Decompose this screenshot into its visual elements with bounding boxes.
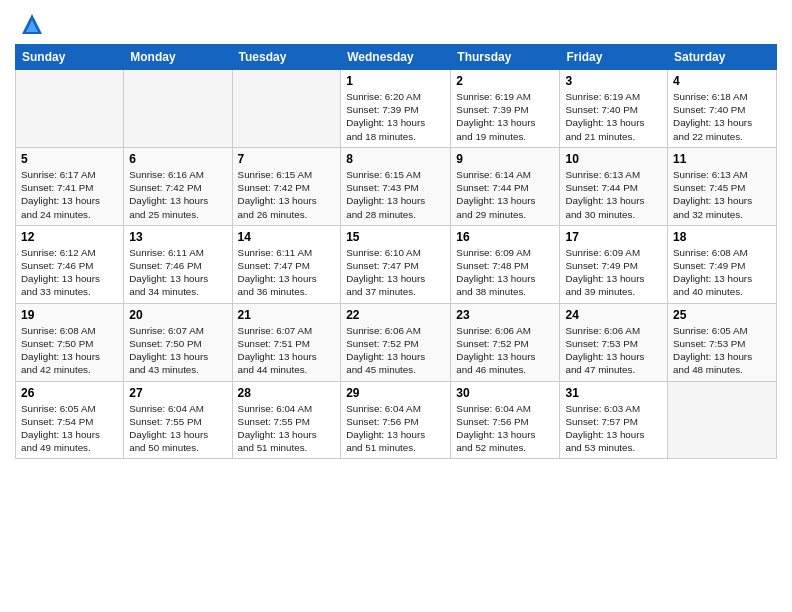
day-number: 7 [238,152,336,166]
day-number: 8 [346,152,445,166]
day-number: 27 [129,386,226,400]
calendar-cell [668,381,777,459]
day-info: Sunrise: 6:04 AM Sunset: 7:56 PM Dayligh… [456,402,554,455]
day-number: 19 [21,308,118,322]
col-header-saturday: Saturday [668,45,777,70]
day-number: 28 [238,386,336,400]
day-info: Sunrise: 6:15 AM Sunset: 7:43 PM Dayligh… [346,168,445,221]
day-info: Sunrise: 6:10 AM Sunset: 7:47 PM Dayligh… [346,246,445,299]
calendar-cell [124,70,232,148]
day-info: Sunrise: 6:06 AM Sunset: 7:53 PM Dayligh… [565,324,662,377]
day-number: 13 [129,230,226,244]
day-info: Sunrise: 6:13 AM Sunset: 7:44 PM Dayligh… [565,168,662,221]
day-number: 25 [673,308,771,322]
calendar-cell: 15Sunrise: 6:10 AM Sunset: 7:47 PM Dayli… [341,225,451,303]
calendar-cell: 3Sunrise: 6:19 AM Sunset: 7:40 PM Daylig… [560,70,668,148]
calendar-week-1: 1Sunrise: 6:20 AM Sunset: 7:39 PM Daylig… [16,70,777,148]
day-info: Sunrise: 6:11 AM Sunset: 7:47 PM Dayligh… [238,246,336,299]
day-number: 23 [456,308,554,322]
calendar-cell: 16Sunrise: 6:09 AM Sunset: 7:48 PM Dayli… [451,225,560,303]
day-number: 9 [456,152,554,166]
calendar-week-3: 12Sunrise: 6:12 AM Sunset: 7:46 PM Dayli… [16,225,777,303]
calendar-cell: 20Sunrise: 6:07 AM Sunset: 7:50 PM Dayli… [124,303,232,381]
col-header-tuesday: Tuesday [232,45,341,70]
day-info: Sunrise: 6:05 AM Sunset: 7:53 PM Dayligh… [673,324,771,377]
col-header-thursday: Thursday [451,45,560,70]
day-number: 10 [565,152,662,166]
day-number: 16 [456,230,554,244]
col-header-monday: Monday [124,45,232,70]
calendar-cell: 30Sunrise: 6:04 AM Sunset: 7:56 PM Dayli… [451,381,560,459]
day-info: Sunrise: 6:07 AM Sunset: 7:51 PM Dayligh… [238,324,336,377]
day-info: Sunrise: 6:08 AM Sunset: 7:49 PM Dayligh… [673,246,771,299]
day-number: 6 [129,152,226,166]
day-number: 14 [238,230,336,244]
day-info: Sunrise: 6:04 AM Sunset: 7:55 PM Dayligh… [238,402,336,455]
logo [15,10,46,38]
header [15,10,777,38]
day-info: Sunrise: 6:06 AM Sunset: 7:52 PM Dayligh… [346,324,445,377]
calendar-cell: 1Sunrise: 6:20 AM Sunset: 7:39 PM Daylig… [341,70,451,148]
calendar-cell: 27Sunrise: 6:04 AM Sunset: 7:55 PM Dayli… [124,381,232,459]
day-info: Sunrise: 6:19 AM Sunset: 7:39 PM Dayligh… [456,90,554,143]
day-info: Sunrise: 6:16 AM Sunset: 7:42 PM Dayligh… [129,168,226,221]
calendar-cell: 26Sunrise: 6:05 AM Sunset: 7:54 PM Dayli… [16,381,124,459]
day-info: Sunrise: 6:19 AM Sunset: 7:40 PM Dayligh… [565,90,662,143]
calendar-cell: 14Sunrise: 6:11 AM Sunset: 7:47 PM Dayli… [232,225,341,303]
page: SundayMondayTuesdayWednesdayThursdayFrid… [0,0,792,612]
calendar-cell: 10Sunrise: 6:13 AM Sunset: 7:44 PM Dayli… [560,147,668,225]
day-info: Sunrise: 6:12 AM Sunset: 7:46 PM Dayligh… [21,246,118,299]
calendar-cell [16,70,124,148]
day-number: 15 [346,230,445,244]
day-info: Sunrise: 6:04 AM Sunset: 7:56 PM Dayligh… [346,402,445,455]
day-number: 4 [673,74,771,88]
calendar-header-row: SundayMondayTuesdayWednesdayThursdayFrid… [16,45,777,70]
calendar-cell: 8Sunrise: 6:15 AM Sunset: 7:43 PM Daylig… [341,147,451,225]
col-header-wednesday: Wednesday [341,45,451,70]
day-number: 12 [21,230,118,244]
day-info: Sunrise: 6:08 AM Sunset: 7:50 PM Dayligh… [21,324,118,377]
day-number: 3 [565,74,662,88]
day-number: 21 [238,308,336,322]
day-info: Sunrise: 6:14 AM Sunset: 7:44 PM Dayligh… [456,168,554,221]
day-info: Sunrise: 6:05 AM Sunset: 7:54 PM Dayligh… [21,402,118,455]
calendar-cell: 24Sunrise: 6:06 AM Sunset: 7:53 PM Dayli… [560,303,668,381]
day-info: Sunrise: 6:17 AM Sunset: 7:41 PM Dayligh… [21,168,118,221]
calendar-cell: 2Sunrise: 6:19 AM Sunset: 7:39 PM Daylig… [451,70,560,148]
day-info: Sunrise: 6:03 AM Sunset: 7:57 PM Dayligh… [565,402,662,455]
day-info: Sunrise: 6:18 AM Sunset: 7:40 PM Dayligh… [673,90,771,143]
day-number: 2 [456,74,554,88]
day-number: 5 [21,152,118,166]
calendar-cell: 6Sunrise: 6:16 AM Sunset: 7:42 PM Daylig… [124,147,232,225]
day-number: 20 [129,308,226,322]
calendar-week-4: 19Sunrise: 6:08 AM Sunset: 7:50 PM Dayli… [16,303,777,381]
day-number: 26 [21,386,118,400]
calendar-cell: 18Sunrise: 6:08 AM Sunset: 7:49 PM Dayli… [668,225,777,303]
day-info: Sunrise: 6:04 AM Sunset: 7:55 PM Dayligh… [129,402,226,455]
calendar-cell: 5Sunrise: 6:17 AM Sunset: 7:41 PM Daylig… [16,147,124,225]
day-number: 31 [565,386,662,400]
day-number: 24 [565,308,662,322]
logo-icon [18,10,46,38]
day-number: 30 [456,386,554,400]
day-info: Sunrise: 6:09 AM Sunset: 7:48 PM Dayligh… [456,246,554,299]
calendar-week-2: 5Sunrise: 6:17 AM Sunset: 7:41 PM Daylig… [16,147,777,225]
day-info: Sunrise: 6:09 AM Sunset: 7:49 PM Dayligh… [565,246,662,299]
calendar-cell: 31Sunrise: 6:03 AM Sunset: 7:57 PM Dayli… [560,381,668,459]
calendar-cell: 7Sunrise: 6:15 AM Sunset: 7:42 PM Daylig… [232,147,341,225]
col-header-sunday: Sunday [16,45,124,70]
day-info: Sunrise: 6:11 AM Sunset: 7:46 PM Dayligh… [129,246,226,299]
day-info: Sunrise: 6:06 AM Sunset: 7:52 PM Dayligh… [456,324,554,377]
day-number: 1 [346,74,445,88]
calendar-cell: 13Sunrise: 6:11 AM Sunset: 7:46 PM Dayli… [124,225,232,303]
day-number: 17 [565,230,662,244]
calendar-table: SundayMondayTuesdayWednesdayThursdayFrid… [15,44,777,459]
calendar-cell: 19Sunrise: 6:08 AM Sunset: 7:50 PM Dayli… [16,303,124,381]
calendar-cell: 28Sunrise: 6:04 AM Sunset: 7:55 PM Dayli… [232,381,341,459]
day-info: Sunrise: 6:20 AM Sunset: 7:39 PM Dayligh… [346,90,445,143]
day-info: Sunrise: 6:15 AM Sunset: 7:42 PM Dayligh… [238,168,336,221]
day-number: 29 [346,386,445,400]
calendar-cell: 12Sunrise: 6:12 AM Sunset: 7:46 PM Dayli… [16,225,124,303]
calendar-cell [232,70,341,148]
day-info: Sunrise: 6:13 AM Sunset: 7:45 PM Dayligh… [673,168,771,221]
